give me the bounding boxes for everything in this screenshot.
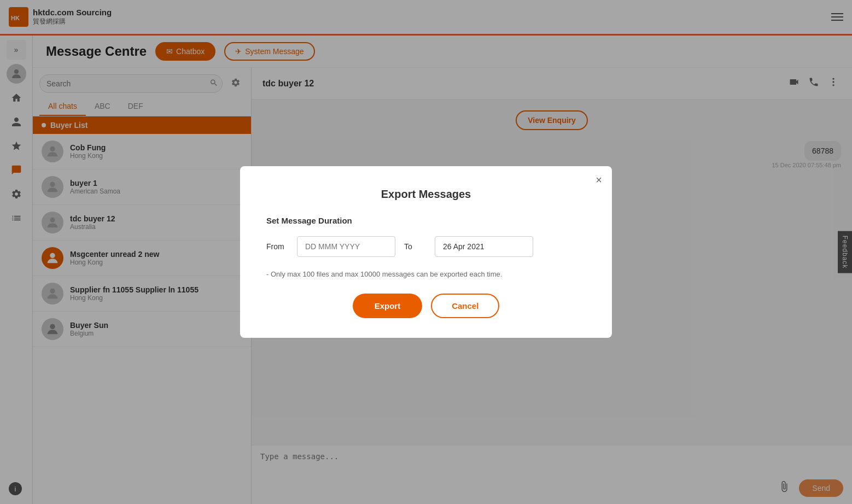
from-label: From: [266, 242, 288, 251]
modal-overlay: × Export Messages Set Message Duration F…: [0, 0, 852, 504]
modal-close-button[interactable]: ×: [596, 174, 602, 186]
export-modal: × Export Messages Set Message Duration F…: [240, 166, 612, 338]
from-date-input[interactable]: [297, 236, 395, 257]
modal-section-label: Set Message Duration: [266, 216, 586, 225]
cancel-button[interactable]: Cancel: [431, 294, 499, 318]
to-date-input[interactable]: [435, 236, 533, 257]
modal-title: Export Messages: [266, 188, 586, 201]
to-label: To: [404, 242, 426, 251]
modal-actions: Export Cancel: [266, 294, 586, 318]
export-button[interactable]: Export: [353, 294, 423, 318]
modal-note: - Only max 100 files and max 10000 messa…: [266, 270, 586, 278]
modal-date-row: From To: [266, 236, 586, 257]
